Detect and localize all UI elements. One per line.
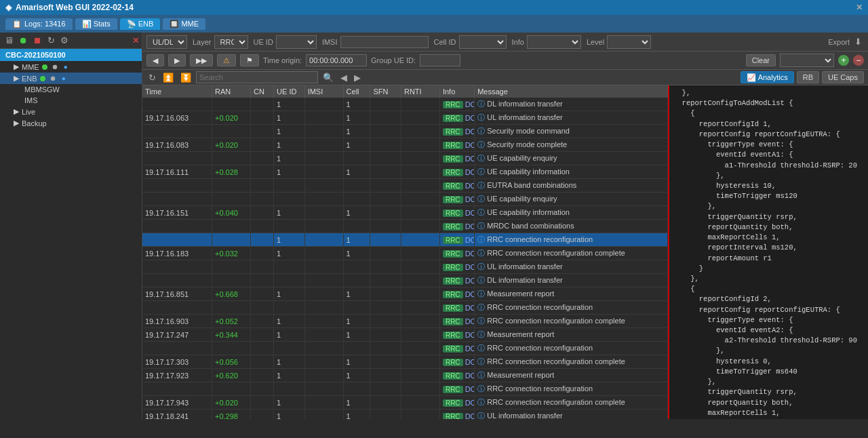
- enb-tree-label: ENB: [22, 75, 37, 83]
- search-prev-btn[interactable]: ◀: [338, 72, 349, 83]
- table-row[interactable]: 19.17.16.903+0.05211RRC DCCHⓘ RRC connec…: [142, 315, 668, 328]
- enb-btn-2[interactable]: ●: [60, 75, 67, 82]
- sidebar-item-ims[interactable]: IMS: [0, 95, 142, 106]
- play-btn[interactable]: ▶▶: [190, 54, 213, 66]
- level-select[interactable]: [607, 35, 651, 49]
- table-row[interactable]: RRC DCCHⓘ RRC connection reconfiguration: [142, 382, 668, 396]
- cell-info: RRC DCCH: [439, 98, 474, 111]
- sidebar-icon-btn-1[interactable]: 🖥: [3, 35, 16, 46]
- flag-btn[interactable]: ⚑: [240, 54, 259, 66]
- cell-cell: 1: [343, 328, 370, 342]
- cellid-select[interactable]: [459, 35, 507, 49]
- table-row[interactable]: RRC DCCHⓘ MRDC band combinations: [142, 220, 668, 233]
- enb-btn-1[interactable]: ⏺: [48, 75, 58, 82]
- table-row[interactable]: 19.17.18.241+0.29811RRC DCCHⓘ UL informa…: [142, 410, 668, 420]
- message-icon: ⓘ: [477, 140, 487, 148]
- cell-message: ⓘ Measurement report: [475, 328, 668, 342]
- mode-select[interactable]: UL/DL: [146, 35, 187, 49]
- sidebar-item-mme[interactable]: ▶ MME ⏺ ●: [0, 61, 142, 73]
- analytics-btn[interactable]: 📈 Analytics: [741, 71, 793, 83]
- table-row[interactable]: 19.17.16.063+0.02011RRC DCCHⓘ UL informa…: [142, 111, 668, 125]
- ueid-select[interactable]: [276, 35, 317, 49]
- table-row[interactable]: RRC DCCHⓘ UE capability enquiry: [142, 193, 668, 206]
- tab-enb[interactable]: 📡 ENB: [120, 18, 161, 30]
- export-btn[interactable]: ⬇: [852, 36, 864, 47]
- cell-time: 19.17.16.111: [142, 165, 212, 179]
- table-row[interactable]: RRC DCCHⓘ EUTRA band combinations: [142, 179, 668, 193]
- cell-imsi: [304, 220, 343, 233]
- table-row[interactable]: RRC DCCHⓘ DL information transfer: [142, 274, 668, 287]
- refresh-btn[interactable]: ↻: [146, 72, 158, 83]
- table-row[interactable]: 19.17.17.943+0.02011RRC DCCHⓘ RRC connec…: [142, 396, 668, 410]
- search-icon-btn[interactable]: 🔍: [321, 72, 336, 83]
- rb-btn[interactable]: RB: [797, 71, 819, 83]
- sidebar-item-backup[interactable]: ▶ Backup: [0, 117, 142, 129]
- sidebar-icon-btn-5[interactable]: ⚙: [58, 35, 71, 46]
- table-row[interactable]: 19.17.16.851+0.66811RRC DCCHⓘ Measuremen…: [142, 287, 668, 301]
- cell-cn: [250, 274, 273, 287]
- sidebar-icon-btn-2[interactable]: ⏺: [17, 35, 30, 46]
- mme-btn-1[interactable]: ⏺: [50, 63, 60, 71]
- warn-btn[interactable]: ⚠: [217, 54, 236, 66]
- layer-select[interactable]: RRC: [214, 35, 248, 49]
- nav-prev-btn[interactable]: ◀: [146, 54, 164, 66]
- sidebar-close-icon[interactable]: ✕: [132, 36, 139, 45]
- cell-ueid: 1: [274, 355, 305, 369]
- message-text: DL information transfer: [487, 100, 562, 108]
- cell-rnti: [401, 193, 439, 206]
- tab-mme[interactable]: 🔲 MME: [163, 18, 205, 30]
- titlebar-close[interactable]: ✕: [856, 3, 863, 12]
- cell-ueid: [274, 260, 305, 274]
- table-row[interactable]: RRC DCCHⓘ RRC connection reconfiguration: [142, 342, 668, 355]
- message-icon: ⓘ: [477, 317, 487, 325]
- add-filter-btn[interactable]: +: [838, 55, 849, 66]
- tab-logs[interactable]: 📋 Logs: 13416: [5, 18, 73, 30]
- table-row[interactable]: RRC DCCHⓘ UL information transfer: [142, 260, 668, 274]
- table-row[interactable]: 19.17.16.083+0.02011RRC DCCHⓘ Security m…: [142, 138, 668, 152]
- sidebar-icon-btn-3[interactable]: ⏹: [31, 35, 44, 46]
- cell-sfn: [370, 233, 401, 247]
- tab-stats[interactable]: 📊 Stats: [75, 18, 117, 30]
- cell-time: [142, 152, 212, 165]
- scroll-top-btn[interactable]: ⏫: [161, 72, 176, 83]
- layer-badge: RRC: [443, 345, 463, 353]
- table-row[interactable]: 19.17.17.303+0.05611RRC DCCHⓘ RRC connec…: [142, 355, 668, 369]
- sidebar-item-live[interactable]: ▶ Live: [0, 106, 142, 117]
- table-row[interactable]: 1RRC DCCHⓘ UE capability enquiry: [142, 152, 668, 165]
- scroll-bottom-btn[interactable]: ⏬: [178, 72, 193, 83]
- layer-badge: RRC: [443, 223, 463, 231]
- cell-cell: [343, 193, 370, 206]
- imsi-input[interactable]: [340, 36, 429, 48]
- cell-sfn: [370, 206, 401, 220]
- table-row[interactable]: 19.17.16.183+0.03211RRC DCCHⓘ RRC connec…: [142, 247, 668, 260]
- table-row[interactable]: 19.17.16.151+0.04011RRC DCCHⓘ UE capabil…: [142, 206, 668, 220]
- remove-filter-btn[interactable]: −: [853, 55, 864, 66]
- mme-status-dot: [42, 64, 47, 70]
- table-row[interactable]: 19.17.16.111+0.02811RRC DCCHⓘ UE capabil…: [142, 165, 668, 179]
- table-row[interactable]: 19.17.17.923+0.62011RRC DCCHⓘ Measuremen…: [142, 369, 668, 382]
- filter-select[interactable]: [780, 54, 834, 67]
- sidebar-icon-btn-4[interactable]: ↻: [45, 35, 57, 46]
- col-imsi: IMSI: [304, 85, 343, 98]
- nav-next-btn[interactable]: ▶: [168, 54, 186, 66]
- table-row[interactable]: 19.17.17.247+0.34411RRC DCCHⓘ Measuremen…: [142, 328, 668, 342]
- sidebar-item-mbmsgw[interactable]: MBMSGW: [0, 84, 142, 95]
- time-origin-input[interactable]: [306, 54, 367, 66]
- table-row[interactable]: 11RRC DCCHⓘ RRC connection reconfigurati…: [142, 233, 668, 247]
- cell-ran: [212, 342, 251, 355]
- cell-message: ⓘ Measurement report: [475, 287, 668, 301]
- search-input[interactable]: [196, 71, 318, 83]
- ue-caps-btn[interactable]: UE Caps: [822, 71, 864, 83]
- search-next-btn[interactable]: ▶: [352, 72, 363, 83]
- cell-rnti: [401, 355, 439, 369]
- table-row[interactable]: 11RRC DCCHⓘ Security mode command: [142, 125, 668, 138]
- sidebar-item-enb[interactable]: ▶ ENB ⏺ ●: [0, 73, 142, 84]
- group-ue-input[interactable]: [420, 54, 460, 66]
- app-logo: ◈: [5, 3, 12, 12]
- info-select[interactable]: [527, 35, 581, 49]
- table-row[interactable]: 11RRC DCCHⓘ DL information transfer: [142, 98, 668, 111]
- mme-btn-2[interactable]: ●: [62, 63, 69, 71]
- message-icon: ⓘ: [477, 384, 487, 393]
- clear-btn[interactable]: Clear: [746, 54, 776, 66]
- table-row[interactable]: RRC DCCHⓘ RRC connection reconfiguration: [142, 301, 668, 315]
